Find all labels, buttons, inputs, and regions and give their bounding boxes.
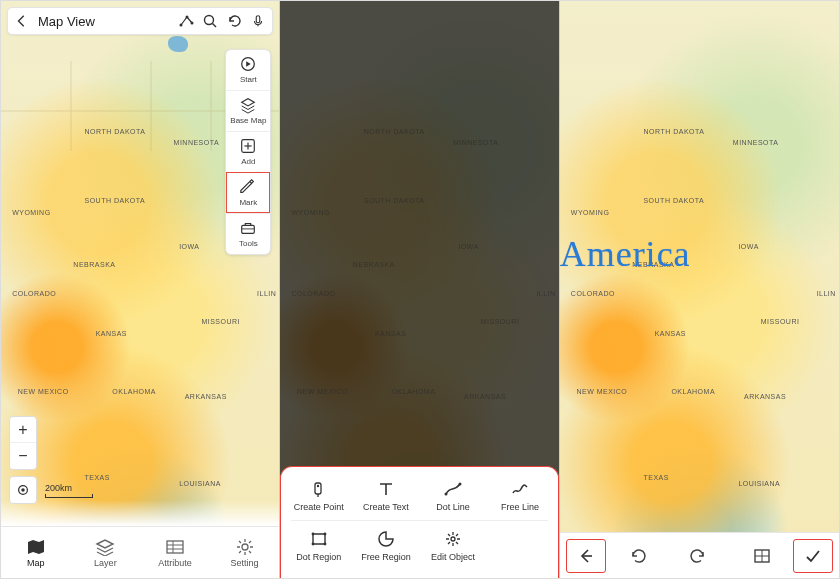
page-title: Map View	[38, 14, 170, 29]
map-canvas[interactable]	[560, 1, 839, 578]
svg-point-21	[21, 488, 25, 492]
mark-create-text[interactable]: Create Text	[352, 473, 419, 518]
handwritten-annotation[interactable]: America	[560, 233, 691, 275]
svg-line-12	[213, 24, 217, 28]
svg-rect-18	[242, 225, 255, 233]
undo-icon[interactable]	[226, 13, 242, 29]
annotation-toolbar	[560, 532, 839, 578]
svg-rect-22	[167, 541, 183, 553]
tab-map[interactable]: Map	[1, 527, 71, 578]
side-tool-label: Base Map	[226, 116, 270, 125]
mark-label: Edit Object	[431, 552, 475, 562]
tab-attribute[interactable]: Attribute	[140, 527, 210, 578]
scale-indicator: 200km	[45, 483, 93, 498]
top-bar: Map View	[7, 7, 273, 35]
tab-label: Layer	[94, 558, 117, 568]
svg-point-28	[317, 485, 319, 487]
svg-point-11	[205, 16, 214, 25]
tab-label: Map	[27, 558, 45, 568]
side-tool-start[interactable]: Start	[226, 50, 270, 90]
svg-rect-27	[315, 483, 321, 494]
locate-button[interactable]	[9, 476, 37, 504]
svg-point-31	[459, 483, 462, 486]
path-icon[interactable]	[178, 13, 194, 29]
tab-label: Attribute	[158, 558, 192, 568]
side-tool-rail: Start Base Map Add Mark Tools	[225, 49, 271, 255]
mark-edit-object[interactable]: Edit Object	[419, 523, 486, 568]
mark-label: Free Line	[501, 502, 539, 512]
mark-free-region[interactable]: Free Region	[352, 523, 419, 568]
zoom-in-button[interactable]: +	[10, 417, 36, 443]
mark-dot-line[interactable]: Dot Line	[419, 473, 486, 518]
panel-mapview: NORTH DAKOTAMINNESOTASOUTH DAKOTAWYOMING…	[1, 1, 280, 578]
svg-point-35	[323, 543, 326, 546]
side-tool-label: Add	[226, 157, 270, 166]
back-icon[interactable]	[14, 13, 30, 29]
svg-point-32	[311, 533, 314, 536]
bottom-nav: Map Layer Attribute Setting	[1, 526, 279, 578]
side-tool-basemap[interactable]: Base Map	[226, 90, 270, 131]
svg-point-34	[311, 543, 314, 546]
scale-label: 200km	[45, 483, 72, 493]
side-tool-label: Mark	[226, 198, 270, 207]
mark-label: Create Point	[294, 502, 344, 512]
mark-create-point[interactable]: Create Point	[285, 473, 352, 518]
mark-free-line[interactable]: Free Line	[487, 473, 554, 518]
mark-label: Free Region	[361, 552, 411, 562]
svg-rect-13	[257, 16, 261, 23]
mic-icon[interactable]	[250, 13, 266, 29]
grid-button[interactable]	[752, 546, 772, 566]
mark-tool-sheet: Create Point Create Text Dot Line Free L…	[280, 466, 558, 578]
panel-mark-sheet: NORTH DAKOTAMINNESOTASOUTH DAKOTAWYOMING…	[280, 1, 559, 578]
side-tool-mark[interactable]: Mark	[226, 172, 270, 213]
side-tool-tools[interactable]: Tools	[226, 213, 270, 254]
confirm-button[interactable]	[793, 539, 833, 573]
zoom-control: + −	[9, 416, 37, 470]
search-icon[interactable]	[202, 13, 218, 29]
mark-label: Dot Line	[436, 502, 470, 512]
zoom-out-button[interactable]: −	[10, 443, 36, 469]
mark-dot-region[interactable]: Dot Region	[285, 523, 352, 568]
tab-layer[interactable]: Layer	[71, 527, 141, 578]
svg-point-26	[242, 544, 248, 550]
panel-annotated: NORTH DAKOTAMINNESOTASOUTH DAKOTAWYOMING…	[560, 1, 839, 578]
svg-point-33	[323, 533, 326, 536]
back-button[interactable]	[566, 539, 606, 573]
svg-point-36	[451, 537, 455, 541]
side-tool-label: Tools	[226, 239, 270, 248]
redo-button[interactable]	[689, 546, 709, 566]
side-tool-label: Start	[226, 75, 270, 84]
side-tool-add[interactable]: Add	[226, 131, 270, 172]
mark-label: Create Text	[363, 502, 409, 512]
svg-point-30	[445, 493, 448, 496]
undo-button[interactable]	[627, 546, 647, 566]
tab-setting[interactable]: Setting	[210, 527, 280, 578]
tab-label: Setting	[231, 558, 259, 568]
mark-label: Dot Region	[296, 552, 341, 562]
